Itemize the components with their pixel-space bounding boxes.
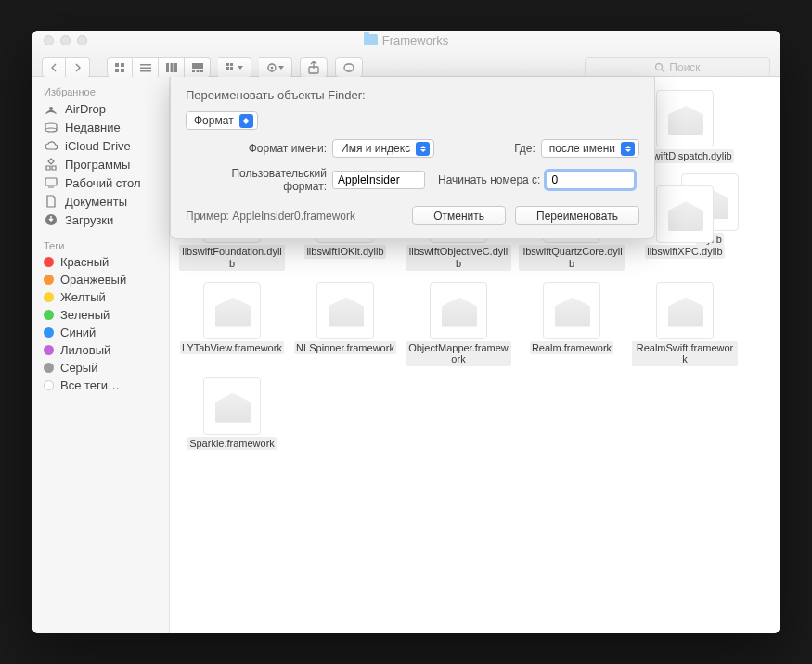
start-number-label: Начинать номера с: — [438, 173, 540, 186]
file-label: Sparkle.framework — [187, 437, 277, 451]
where-label: Где: — [514, 142, 535, 155]
sidebar-item-icloud[interactable]: iCloud Drive — [32, 136, 169, 155]
view-gallery-button[interactable] — [185, 57, 211, 78]
example-text: Пример: AppleInsider0.framework — [186, 210, 355, 223]
titlebar: Frameworks — [32, 31, 780, 77]
search-icon — [654, 62, 665, 73]
svg-rect-17 — [230, 67, 233, 70]
sidebar-item-label: Синий — [60, 326, 96, 339]
window-title: Frameworks — [364, 33, 449, 47]
file-item[interactable]: Sparkle.framework — [177, 374, 287, 454]
svg-point-25 — [45, 128, 57, 132]
svg-rect-5 — [140, 68, 151, 70]
sidebar-tag-gray[interactable]: Серый — [32, 359, 169, 377]
desktop-icon — [44, 175, 58, 190]
svg-rect-3 — [121, 69, 124, 72]
sidebar-item-downloads[interactable]: Загрузки — [32, 211, 169, 229]
tag-dot-icon — [44, 363, 54, 373]
sidebar-item-airdrop[interactable]: AirDrop — [32, 99, 169, 118]
sidebar-tag-blue[interactable]: Синий — [32, 324, 169, 341]
share-button[interactable] — [300, 57, 328, 78]
sidebar-item-desktop[interactable]: Рабочий стол — [32, 173, 169, 192]
back-button[interactable] — [42, 57, 66, 78]
sidebar: Избранное AirDropНедавниеiCloud DriveПро… — [32, 77, 170, 633]
name-format-label: Формат имени: — [186, 142, 327, 155]
svg-rect-10 — [192, 63, 203, 69]
file-label: Realm.framework — [530, 341, 613, 355]
file-label: RealmSwift.framework — [632, 341, 738, 366]
svg-rect-12 — [196, 70, 199, 73]
tag-dot-icon — [44, 327, 54, 338]
icloud-icon — [44, 138, 58, 153]
search-field[interactable]: Поиск — [585, 57, 770, 78]
svg-rect-16 — [226, 67, 229, 70]
rename-button[interactable]: Переименовать — [515, 206, 639, 225]
sidebar-tag-green[interactable]: Зеленый — [32, 306, 169, 324]
file-item[interactable]: LYTabView.framework — [177, 278, 287, 370]
sidebar-tags-header: Теги — [32, 236, 169, 253]
sidebar-item-label: Красный — [60, 255, 109, 269]
start-number-input[interactable] — [546, 171, 635, 189]
file-label: libswiftFoundation.dylib — [179, 245, 285, 270]
svg-point-22 — [656, 64, 663, 70]
custom-format-input[interactable] — [332, 171, 425, 189]
chevron-updown-icon — [621, 142, 635, 156]
view-icons-button[interactable] — [107, 57, 133, 78]
sidebar-item-label: Зеленый — [60, 308, 110, 322]
sidebar-item-label: AirDrop — [65, 102, 106, 116]
rename-mode-select[interactable]: Формат — [186, 111, 258, 130]
svg-rect-7 — [166, 63, 169, 72]
view-columns-button[interactable] — [159, 57, 185, 78]
sidebar-tag-red[interactable]: Красный — [32, 253, 169, 271]
downloads-icon — [44, 212, 58, 227]
svg-rect-0 — [115, 63, 119, 67]
file-label: LYTabView.framework — [180, 341, 284, 355]
sidebar-item-apps[interactable]: Программы — [32, 155, 169, 173]
svg-rect-1 — [121, 63, 124, 67]
tag-dot-icon — [44, 257, 54, 267]
tags-button[interactable] — [335, 57, 363, 78]
minimize-dot[interactable] — [60, 35, 71, 45]
file-label: libswiftObjectiveC.dylib — [406, 245, 511, 270]
arrange-button[interactable] — [218, 57, 251, 78]
framework-icon — [430, 282, 487, 339]
window-controls[interactable] — [44, 35, 87, 45]
name-format-value: Имя и индекс — [341, 142, 410, 155]
tag-dot-icon — [44, 292, 54, 302]
sidebar-tag-all[interactable]: Все теги… — [32, 377, 169, 394]
close-dot[interactable] — [44, 35, 54, 45]
framework-icon — [656, 185, 714, 243]
svg-rect-9 — [174, 63, 177, 72]
finder-window: Frameworks — [32, 31, 780, 633]
view-list-button[interactable] — [133, 57, 159, 78]
file-item[interactable]: RealmSwift.framework — [630, 278, 740, 370]
file-label: NLSpinner.framework — [294, 341, 396, 355]
file-item[interactable]: NLSpinner.framework — [290, 278, 400, 370]
file-label: ObjectMapper.framework — [406, 341, 511, 366]
forward-button[interactable] — [66, 57, 90, 78]
svg-rect-14 — [226, 63, 229, 66]
svg-point-24 — [49, 107, 53, 110]
zoom-dot[interactable] — [77, 35, 87, 45]
tag-dot-icon — [44, 275, 54, 285]
action-button[interactable] — [259, 57, 292, 78]
sidebar-tag-purple[interactable]: Лиловый — [32, 341, 169, 359]
airdrop-icon — [44, 101, 58, 116]
file-label: libswiftQuartzCore.dylib — [519, 245, 625, 270]
file-item[interactable]: ObjectMapper.framework — [404, 278, 513, 370]
action-segment — [259, 57, 292, 78]
sidebar-tag-yellow[interactable]: Желтый — [32, 288, 169, 306]
sidebar-item-docs[interactable]: Документы — [32, 192, 169, 211]
chevron-updown-icon — [416, 142, 430, 156]
sidebar-item-recent[interactable]: Недавние — [32, 118, 169, 136]
sidebar-item-label: Оранжевый — [60, 273, 126, 287]
sidebar-item-label: Документы — [65, 195, 127, 209]
framework-icon — [203, 377, 261, 435]
sidebar-item-label: Желтый — [60, 290, 106, 304]
where-select[interactable]: после имени — [541, 139, 639, 158]
cancel-button[interactable]: Отменить — [412, 206, 506, 225]
file-item[interactable]: Realm.framework — [517, 278, 626, 370]
sidebar-tag-orange[interactable]: Оранжевый — [32, 271, 169, 288]
name-format-select[interactable]: Имя и индекс — [332, 139, 434, 158]
framework-icon — [656, 282, 714, 339]
